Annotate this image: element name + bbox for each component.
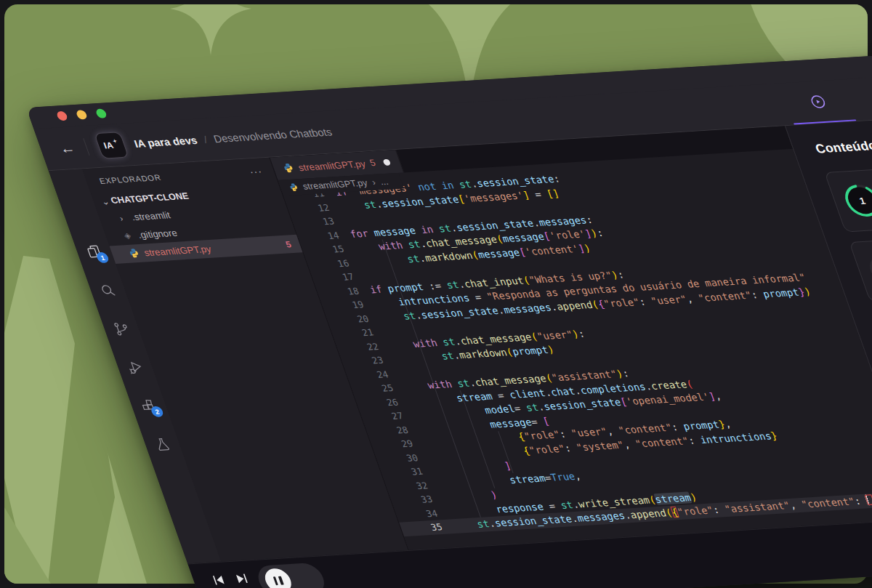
tab-modified-count: 5 bbox=[368, 158, 377, 168]
skip-forward-icon[interactable] bbox=[232, 571, 251, 587]
explorer-title: EXPLORADOR bbox=[98, 173, 162, 185]
line-number: 35 bbox=[399, 519, 456, 536]
chevron-right-icon: › bbox=[371, 177, 377, 188]
python-file-icon bbox=[281, 163, 295, 174]
course-logo[interactable]: IA✦ bbox=[94, 132, 129, 159]
python-file-icon bbox=[288, 182, 299, 192]
lesson-number: 1 bbox=[839, 182, 872, 219]
source-control-icon[interactable] bbox=[111, 321, 133, 337]
breadcrumb-separator: / bbox=[202, 134, 209, 145]
unsaved-dot-icon[interactable] bbox=[382, 158, 391, 165]
sparkle-icon: ✦ bbox=[112, 138, 118, 144]
python-file-icon bbox=[126, 248, 142, 260]
search-icon[interactable] bbox=[97, 282, 119, 299]
skip-back-icon[interactable] bbox=[209, 573, 228, 588]
course-title: IA para devs bbox=[132, 134, 198, 150]
lesson-card-1[interactable]: 1 bbox=[824, 163, 872, 232]
tab-player[interactable] bbox=[780, 79, 857, 124]
playback-pill bbox=[254, 563, 328, 588]
lesson-number: 2 bbox=[863, 252, 872, 289]
content-title: Conteúdo bbox=[813, 134, 872, 156]
minimize-window-button[interactable] bbox=[76, 110, 88, 120]
progress-ring-2: 2 bbox=[863, 252, 872, 289]
lesson-title: Desenvolvendo Chatbots bbox=[212, 126, 334, 145]
extensions-badge: 2 bbox=[150, 406, 164, 417]
more-actions-icon[interactable]: ··· bbox=[248, 166, 265, 178]
vscode-video: 1 2 EXPLORADOR ··· bbox=[49, 126, 872, 563]
progress-ring-1: 1 bbox=[839, 182, 872, 219]
pause-icon bbox=[272, 576, 278, 585]
close-window-button[interactable] bbox=[56, 111, 68, 121]
lesson-card-2[interactable]: 2 bbox=[849, 233, 872, 302]
chevron-right-icon: › bbox=[114, 213, 128, 222]
explorer-badge: 1 bbox=[95, 252, 110, 264]
back-button[interactable]: ← bbox=[57, 139, 87, 157]
play-circle-icon bbox=[807, 93, 829, 110]
gitignore-file-icon: ◈ bbox=[121, 230, 134, 241]
flask-icon[interactable] bbox=[152, 436, 174, 453]
maximize-window-button[interactable] bbox=[95, 108, 108, 118]
pause-button[interactable] bbox=[262, 568, 295, 588]
sparkle-small bbox=[170, 4, 251, 55]
run-debug-icon[interactable] bbox=[124, 359, 146, 376]
